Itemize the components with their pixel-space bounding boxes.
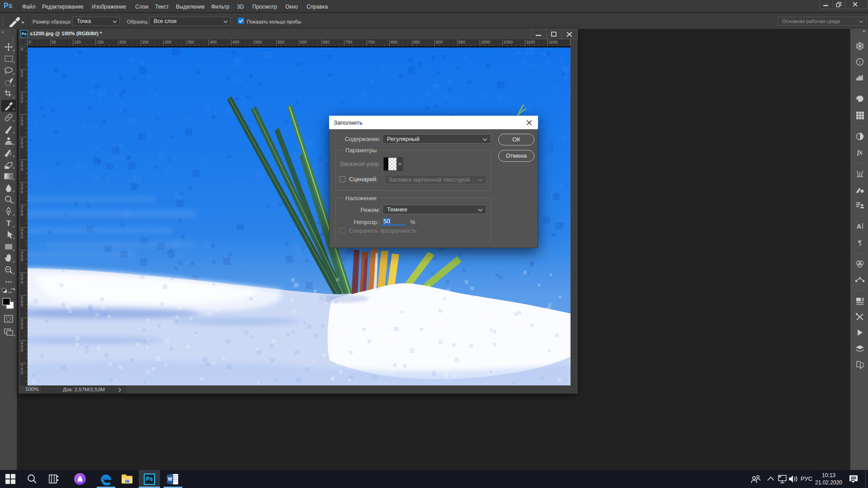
svg-text:fx: fx — [857, 149, 863, 156]
svg-text:W: W — [168, 477, 172, 482]
svg-text:T: T — [6, 219, 11, 228]
svg-text:i: i — [859, 59, 860, 65]
svg-text:A: A — [857, 223, 861, 230]
svg-text:¶: ¶ — [858, 239, 862, 246]
